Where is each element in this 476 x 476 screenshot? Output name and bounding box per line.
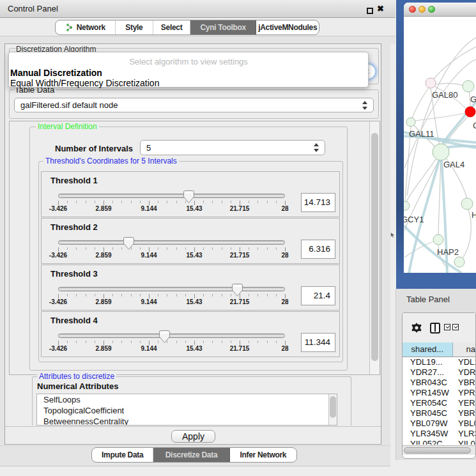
- table-row[interactable]: YDR27...YDR27...: [403, 367, 475, 378]
- network-node[interactable]: [433, 144, 449, 160]
- select-columns-icon[interactable]: [444, 324, 459, 330]
- slider-track[interactable]: [58, 240, 285, 245]
- window-minimize-icon[interactable]: [418, 6, 426, 13]
- slider-scale-label: -3.426: [39, 205, 77, 212]
- table-row[interactable]: YPR145WYPR145W: [403, 388, 475, 398]
- slider-knob[interactable]: [159, 330, 170, 343]
- network-window-titlebar[interactable]: [404, 3, 476, 17]
- table-cell-shared-name[interactable]: YLR345W: [403, 429, 453, 439]
- table-cell-name[interactable]: YPR145W: [453, 388, 475, 398]
- checkbox-icon: [444, 324, 450, 330]
- slider-knob[interactable]: [123, 237, 134, 250]
- tab-cyni-toolbox[interactable]: Cyni Toolbox: [190, 20, 257, 35]
- slider-minor-tick: [222, 201, 222, 203]
- slider-knob[interactable]: [232, 284, 243, 296]
- attributes-list[interactable]: SelfLoopsTopologicalCoefficientBetweenne…: [36, 394, 337, 426]
- threshold-value-field[interactable]: 14.713: [301, 193, 335, 212]
- table-data-combo[interactable]: galFiltered.sif default node: [14, 98, 374, 112]
- network-canvas[interactable]: GAL80GGAL11CGAL4HGCY1HAP2: [404, 17, 476, 273]
- vertical-scrollbar-thumb[interactable]: [371, 133, 378, 361]
- close-icon[interactable]: ✖: [377, 4, 384, 13]
- slider-minor-tick: [86, 341, 86, 343]
- slider-minor-tick: [249, 201, 249, 203]
- table-cell-name[interactable]: YIL052C: [453, 439, 475, 445]
- tab-style[interactable]: Style: [116, 20, 154, 35]
- vertical-scrollbar[interactable]: [369, 121, 380, 374]
- table-cell-shared-name[interactable]: YBL079W: [403, 418, 453, 429]
- table-cell-shared-name[interactable]: YDL19...: [403, 357, 453, 367]
- table-row[interactable]: YER054CYER054C: [403, 398, 475, 408]
- network-node[interactable]: [426, 78, 436, 88]
- table-cell-name[interactable]: YER054C: [453, 398, 475, 408]
- columns-icon[interactable]: [430, 323, 440, 334]
- network-node[interactable]: [404, 201, 410, 210]
- slider-knob[interactable]: [183, 190, 194, 203]
- list-item-betweennesscentrality[interactable]: BetweennessCentrality: [37, 416, 337, 426]
- horizontal-scrollbar-thumb[interactable]: [404, 447, 471, 454]
- popup-option-manual-discretization[interactable]: Manual Discretization: [10, 68, 102, 78]
- column-header-shared-name[interactable]: shared...: [403, 342, 453, 357]
- slider-track[interactable]: [58, 287, 285, 291]
- threshold-value-field[interactable]: 21.4: [301, 286, 335, 305]
- slider-scale-label: 28: [266, 252, 304, 259]
- table-cell-name[interactable]: YBR045C: [453, 408, 475, 418]
- window-zoom-icon[interactable]: [428, 6, 435, 13]
- slider-track[interactable]: [58, 334, 285, 338]
- network-node[interactable]: [463, 81, 474, 92]
- network-node[interactable]: [461, 198, 473, 210]
- popup-option-equal-width-frequency[interactable]: Equal Width/Frequency Discretization: [10, 78, 159, 88]
- table-cell-shared-name[interactable]: YPR145W: [403, 388, 453, 398]
- table-cell-name[interactable]: YLR345W: [453, 429, 475, 439]
- list-item-selfloops[interactable]: SelfLoops: [37, 394, 337, 405]
- float-window-icon[interactable]: [367, 8, 373, 14]
- tab-impute-data[interactable]: Impute Data: [92, 448, 153, 462]
- tab-label: Discretize Data: [165, 450, 218, 459]
- table-cell-shared-name[interactable]: YDR27...: [403, 367, 453, 378]
- list-item-topologicalcoefficient[interactable]: TopologicalCoefficient: [37, 405, 337, 416]
- slider-minor-tick: [95, 247, 95, 250]
- threshold-value-field[interactable]: 11.344: [301, 333, 335, 352]
- apply-button[interactable]: Apply: [171, 430, 215, 443]
- tab-infer-network[interactable]: Infer Network: [230, 448, 296, 462]
- table-row[interactable]: YDL19...YDL19...: [403, 357, 475, 367]
- slider-minor-tick: [222, 341, 222, 343]
- window-close-icon[interactable]: [409, 6, 416, 13]
- tab-jactivemnodules[interactable]: jActiveMNodules: [256, 20, 319, 35]
- number-of-intervals-combo[interactable]: 5: [140, 140, 325, 155]
- threshold-label: Threshold 3: [50, 269, 98, 279]
- table-cell-name[interactable]: YBL079W: [453, 418, 475, 429]
- network-node[interactable]: [406, 118, 415, 127]
- panel-gap-background: [0, 36, 395, 43]
- attributes-scrollbar-thumb[interactable]: [330, 396, 336, 418]
- table-row[interactable]: YBR043CYBR043C: [403, 378, 475, 388]
- gear-icon[interactable]: [411, 322, 422, 334]
- tab-select[interactable]: Select: [153, 20, 190, 35]
- slider-track[interactable]: [58, 194, 285, 198]
- column-header-name[interactable]: na: [453, 342, 475, 357]
- slider-minor-tick: [203, 247, 204, 250]
- table-cell-shared-name[interactable]: YBR043C: [403, 378, 453, 388]
- table-cell-shared-name[interactable]: YBR045C: [403, 408, 453, 418]
- tab-discretize-data[interactable]: Discretize Data: [153, 448, 229, 462]
- table-cell-shared-name[interactable]: YIL052C: [403, 439, 453, 445]
- slider-scale-label: 2.859: [84, 252, 123, 259]
- network-node[interactable]: [454, 257, 464, 267]
- threshold-label: Threshold 4: [50, 316, 98, 325]
- table-cell-name[interactable]: YBR043C: [453, 378, 475, 388]
- network-node[interactable]: [433, 234, 443, 245]
- threshold-value-field[interactable]: 6.316: [301, 240, 335, 259]
- attributes-group-title: Attributes to discretize: [37, 372, 116, 381]
- table-cell-shared-name[interactable]: YER054C: [403, 398, 453, 408]
- table-row[interactable]: YBL079WYBL079W: [403, 418, 475, 429]
- table-cell-name[interactable]: YDR27...: [453, 367, 475, 378]
- table-row[interactable]: YIL052CYIL052C: [403, 439, 475, 445]
- slider-minor-tick: [167, 201, 167, 203]
- table-row[interactable]: YBR045CYBR045C: [403, 408, 475, 418]
- slider-minor-tick: [203, 294, 204, 296]
- table-row[interactable]: YLR345WYLR345W: [403, 429, 475, 439]
- tab-network[interactable]: Network: [56, 20, 116, 35]
- attributes-list-scrollbar[interactable]: [328, 394, 337, 425]
- horizontal-scrollbar[interactable]: [403, 445, 475, 455]
- network-node[interactable]: [465, 107, 475, 117]
- table-cell-name[interactable]: YDL19...: [453, 357, 475, 367]
